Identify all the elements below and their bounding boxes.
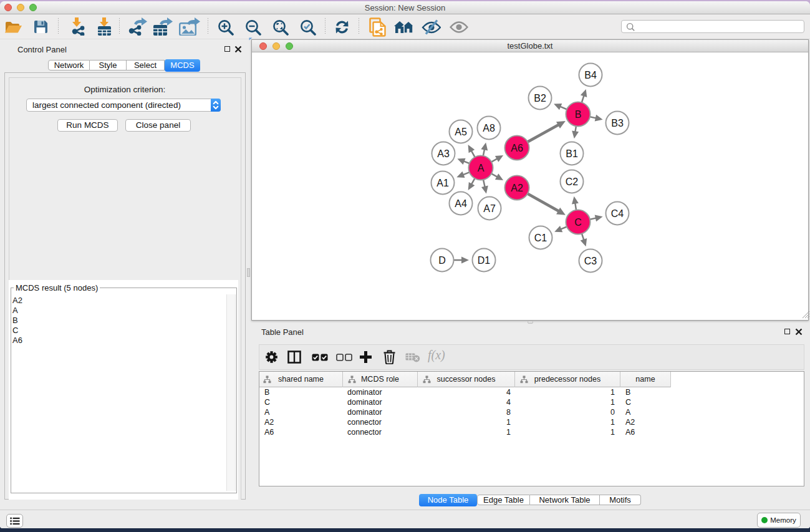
svg-text:A: A — [478, 163, 485, 173]
svg-text:C3: C3 — [584, 256, 597, 266]
svg-text:A4: A4 — [455, 198, 467, 209]
svg-text:C4: C4 — [611, 208, 624, 219]
svg-text:C1: C1 — [534, 233, 547, 243]
svg-text:A8: A8 — [483, 123, 495, 133]
svg-text:B1: B1 — [566, 148, 578, 159]
svg-text:C: C — [574, 217, 582, 228]
svg-text:A5: A5 — [455, 127, 467, 137]
svg-text:A2: A2 — [511, 183, 523, 193]
svg-text:B: B — [575, 109, 582, 120]
svg-text:B2: B2 — [534, 93, 546, 104]
svg-text:C2: C2 — [566, 177, 579, 187]
svg-text:D1: D1 — [478, 255, 491, 266]
svg-text:B4: B4 — [584, 70, 597, 80]
svg-text:B3: B3 — [611, 118, 624, 128]
svg-text:D: D — [438, 255, 446, 266]
svg-text:A3: A3 — [437, 148, 450, 159]
svg-text:A1: A1 — [436, 178, 449, 188]
svg-text:A6: A6 — [511, 143, 523, 153]
svg-text:A7: A7 — [483, 203, 496, 214]
